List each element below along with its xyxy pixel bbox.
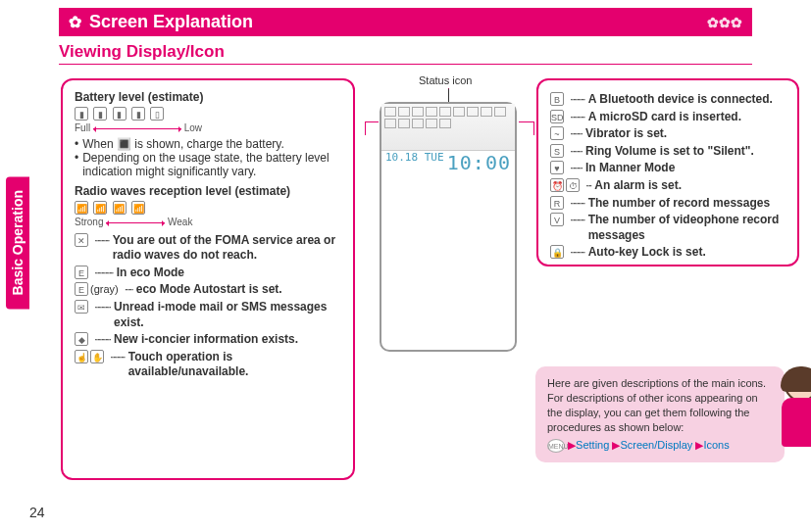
- status-icon: [398, 119, 410, 128]
- silent-icon: S: [550, 144, 564, 158]
- phone-date: 10.18 TUE: [385, 151, 444, 174]
- alarm-icon-2: ⏱: [566, 178, 580, 192]
- section-header: ✿ Screen Explanation ✿✿✿: [59, 8, 752, 36]
- battery-bullet-1: When 🔳 is shown, charge the battery.: [82, 137, 284, 151]
- bluetooth-icon: B: [550, 92, 564, 106]
- radio-strong-label: Strong: [75, 217, 103, 227]
- mail-icon: ✉: [75, 300, 88, 314]
- section-subtitle: Viewing Display/Icon: [59, 42, 752, 65]
- battery-bullets: •When 🔳 is shown, charge the battery. •D…: [75, 137, 341, 178]
- callout-bracket-right: [519, 121, 534, 135]
- scale-arrow-icon: [106, 222, 165, 223]
- touch-on-icon: ☝: [75, 350, 88, 363]
- radio-scale-row: Strong Weak: [75, 217, 341, 227]
- page-number: 24: [29, 505, 45, 520]
- phone-statusbar: [381, 104, 515, 151]
- battery-low-icon: ▯: [150, 107, 164, 121]
- speech-intro: Here are given descriptions of the main …: [547, 376, 773, 434]
- help-speech-bubble: Here are given descriptions of the main …: [535, 366, 785, 462]
- nav-step-2: Screen/Display: [620, 439, 692, 451]
- right-explanation-box: B···········A Bluetooth device is connec…: [536, 78, 799, 266]
- status-icon: [494, 107, 506, 117]
- status-icon: [412, 119, 424, 128]
- nav-step-3: Icons: [703, 439, 729, 451]
- chapter-tab: Basic Operation: [6, 176, 29, 309]
- autokey-lock-icon: 🔒: [550, 245, 564, 259]
- alarm-icon: ⏰: [550, 178, 564, 192]
- menu-icon: MENU: [547, 439, 565, 453]
- battery-1-icon: ▮: [131, 107, 145, 121]
- status-icon: [384, 119, 396, 128]
- video-record-icon: V: [550, 213, 564, 226]
- signal-1-icon: 📶: [131, 201, 145, 215]
- phone-clock: 10:00: [447, 151, 511, 174]
- status-icon: [412, 107, 424, 117]
- status-icon: [426, 119, 437, 128]
- battery-full-icon: ▮: [75, 107, 88, 121]
- status-icon: [453, 107, 465, 117]
- left-entries: ✕···········You are out of the FOMA serv…: [75, 233, 341, 380]
- record-msg-icon: R: [550, 196, 564, 210]
- status-icon: [439, 119, 451, 128]
- assistant-character-icon: [767, 368, 811, 486]
- microsd-icon: SD: [550, 110, 564, 123]
- callout-connector: [448, 88, 449, 102]
- section-title: Screen Explanation: [89, 12, 253, 32]
- manner-mode-icon: ♥: [550, 161, 564, 174]
- status-icon-label: Status icon: [419, 74, 472, 86]
- scale-arrow-icon: [93, 128, 181, 129]
- eco-mode-icon: E: [75, 266, 88, 279]
- status-icon: [439, 107, 451, 117]
- no-service-icon: ✕: [75, 233, 88, 247]
- battery-2-icon: ▮: [113, 107, 127, 121]
- status-icon: [426, 107, 437, 117]
- header-decoration-icon: ✿✿✿: [707, 15, 742, 30]
- battery-scale-row: Full Low: [75, 122, 341, 133]
- status-icon: [467, 107, 479, 117]
- eco-gray-icon: E: [75, 282, 88, 296]
- i-concier-icon: ◆: [75, 332, 88, 346]
- battery-full-label: Full: [75, 122, 90, 133]
- clover-icon: ✿: [69, 13, 81, 31]
- touch-off-icon: ✋: [90, 350, 104, 363]
- battery-heading: Battery level (estimate): [75, 90, 341, 104]
- callout-bracket-left: [365, 121, 379, 135]
- nav-step-1: Setting: [576, 439, 609, 451]
- battery-low-label: Low: [184, 122, 202, 133]
- signal-2-icon: 📶: [113, 201, 127, 215]
- phone-mockup: 10.18 TUE 10:00: [380, 102, 517, 352]
- left-explanation-box: Battery level (estimate) ▮ ▮ ▮ ▮ ▯ Full …: [61, 78, 355, 480]
- battery-icons-row: ▮ ▮ ▮ ▮ ▯: [75, 106, 341, 121]
- battery-bullet-2: Depending on the usage state, the batter…: [82, 151, 341, 178]
- battery-3-icon: ▮: [93, 107, 107, 121]
- signal-3-icon: 📶: [93, 201, 107, 215]
- status-icon: [398, 107, 410, 117]
- status-icon: [481, 107, 492, 117]
- radio-weak-label: Weak: [168, 217, 192, 227]
- speech-nav-row: MENU ▶Setting ▶Screen/Display ▶Icons: [547, 438, 773, 453]
- vibrator-icon: ~: [550, 126, 564, 140]
- radio-heading: Radio waves reception level (estimate): [75, 184, 341, 198]
- radio-icons-row: 📶 📶 📶 📶: [75, 200, 341, 215]
- signal-4-icon: 📶: [75, 201, 88, 215]
- status-icon: [384, 107, 396, 117]
